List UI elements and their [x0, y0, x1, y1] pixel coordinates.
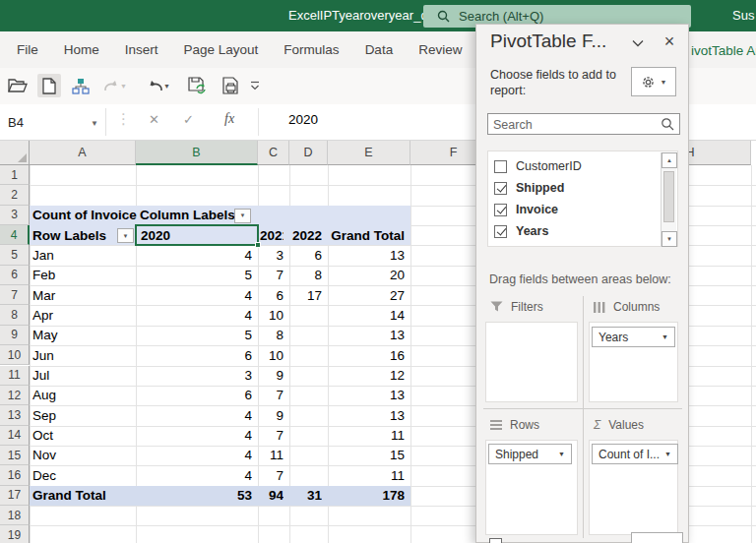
- grid-cell[interactable]: 7: [260, 268, 284, 282]
- grid-cell[interactable]: 15: [330, 448, 405, 462]
- ribbon-tab-review[interactable]: Review: [418, 42, 462, 57]
- row-header-8[interactable]: 8: [0, 305, 30, 325]
- filters-area-box[interactable]: [485, 322, 578, 402]
- grid-cell[interactable]: 4: [138, 448, 252, 462]
- name-box[interactable]: B4 ▼: [0, 108, 106, 136]
- row-header-2[interactable]: 2: [0, 185, 30, 205]
- field-item-customerid[interactable]: CustomerID: [494, 155, 582, 177]
- defer-layout-checkbox[interactable]: [489, 538, 502, 543]
- row-header-14[interactable]: 14: [0, 426, 30, 446]
- pane-collapse-icon[interactable]: [626, 32, 650, 54]
- column-header-e[interactable]: E: [328, 141, 410, 165]
- tools-button[interactable]: ▼: [631, 67, 676, 96]
- fields-search-input[interactable]: Search: [487, 113, 680, 135]
- user-account-label[interactable]: Sus: [732, 8, 754, 23]
- active-cell-border[interactable]: [135, 224, 259, 246]
- values-field-count-of-invoice[interactable]: Count of I...▼: [592, 444, 678, 464]
- customize-toolbar-icon[interactable]: [246, 74, 264, 97]
- grid-cell[interactable]: 5: [138, 268, 252, 282]
- grid-cell[interactable]: 3: [138, 368, 252, 383]
- field-item-invoice[interactable]: Invoice: [494, 199, 558, 220]
- field-checkbox-years[interactable]: [494, 225, 507, 238]
- new-file-icon[interactable]: [37, 74, 61, 97]
- open-file-icon[interactable]: [6, 74, 30, 97]
- hierarchy-icon[interactable]: [69, 74, 93, 97]
- row-header-5[interactable]: 5: [0, 245, 30, 265]
- row-header-16[interactable]: 16: [0, 465, 30, 485]
- save-refresh-icon[interactable]: [185, 74, 209, 97]
- undo-icon[interactable]: ▼: [142, 74, 175, 97]
- field-checkbox-invoice[interactable]: [494, 204, 507, 216]
- grid-cell[interactable]: 6: [138, 388, 252, 402]
- row-header-11[interactable]: 11: [0, 366, 30, 386]
- field-checkbox-customerid[interactable]: [494, 160, 507, 173]
- grid-cell[interactable]: 4: [138, 248, 252, 263]
- grid-cell[interactable]: 8: [260, 328, 284, 342]
- row-header-7[interactable]: 7: [0, 285, 30, 305]
- row-header-6[interactable]: 6: [0, 266, 30, 285]
- ribbon-tab-formulas[interactable]: Formulas: [284, 42, 339, 57]
- redo-icon[interactable]: ▼: [98, 74, 132, 97]
- cancel-entry-icon[interactable]: ✕: [149, 112, 159, 127]
- row-header-15[interactable]: 15: [0, 446, 30, 465]
- grid-cell[interactable]: 4: [138, 468, 252, 483]
- scroll-up-icon[interactable]: ▲: [662, 152, 677, 168]
- update-button[interactable]: [631, 532, 683, 543]
- row-header-13[interactable]: 13: [0, 405, 30, 425]
- row-labels-filter-icon[interactable]: ▼: [117, 228, 134, 243]
- select-all-corner[interactable]: [0, 141, 30, 165]
- row-header-9[interactable]: 9: [0, 326, 30, 345]
- grid-cell[interactable]: 20: [330, 268, 405, 282]
- row-header-17[interactable]: 17: [0, 486, 30, 506]
- grid-cell[interactable]: 16: [330, 348, 405, 363]
- grid-cell[interactable]: Grand Total: [330, 228, 405, 243]
- grid-cell[interactable]: 7: [260, 428, 284, 443]
- ribbon-tab-insert[interactable]: Insert: [125, 42, 158, 57]
- grid-cell[interactable]: 7: [260, 388, 284, 402]
- ribbon-tab-file[interactable]: File: [17, 42, 38, 57]
- field-item-shipped[interactable]: Shipped: [494, 177, 564, 199]
- grid-cell[interactable]: 2021: [260, 228, 284, 243]
- grid-cell[interactable]: 14: [330, 308, 405, 323]
- fill-handle[interactable]: [255, 242, 261, 248]
- grid-cell[interactable]: 6: [138, 348, 252, 363]
- column-header-d[interactable]: D: [289, 141, 328, 165]
- ribbon-tab-home[interactable]: Home: [64, 42, 99, 57]
- column-header-a[interactable]: A: [30, 141, 136, 165]
- grid-cell[interactable]: 17: [291, 288, 322, 303]
- grid-cell[interactable]: 6: [260, 288, 284, 303]
- columns-field-years[interactable]: Years▼: [592, 327, 675, 347]
- row-header-3[interactable]: 3: [0, 206, 30, 225]
- grid-cell[interactable]: 11: [330, 428, 405, 443]
- grid-cell[interactable]: 9: [260, 408, 284, 423]
- grid-cell[interactable]: 4: [138, 288, 252, 303]
- row-header-1[interactable]: 1: [0, 165, 30, 185]
- column-header-c[interactable]: C: [258, 141, 289, 165]
- grid-cell[interactable]: 178: [330, 488, 405, 503]
- row-header-12[interactable]: 12: [0, 386, 30, 405]
- grid-cell[interactable]: 13: [330, 248, 405, 263]
- grid-cell[interactable]: 2022: [291, 228, 322, 243]
- ribbon-tab-data[interactable]: Data: [365, 42, 394, 57]
- row-header-18[interactable]: 18: [0, 506, 30, 525]
- row-header-10[interactable]: 10: [0, 345, 30, 365]
- ribbon-tab-page-layout[interactable]: Page Layout: [184, 42, 259, 57]
- grid-cell[interactable]: 11: [330, 468, 405, 483]
- grid-cell[interactable]: 13: [330, 328, 405, 342]
- print-preview-icon[interactable]: [219, 74, 242, 97]
- formula-bar-grip-icon[interactable]: ⋮: [116, 110, 131, 128]
- grid-cell[interactable]: 31: [291, 488, 322, 503]
- grid-cell[interactable]: 11: [260, 448, 284, 462]
- grid-cell[interactable]: 10: [260, 348, 284, 363]
- grid-cell[interactable]: 13: [330, 408, 405, 423]
- insert-function-icon[interactable]: fx: [224, 111, 234, 127]
- column-labels-filter-icon[interactable]: ▼: [234, 209, 251, 223]
- grid-cell[interactable]: 4: [138, 308, 252, 323]
- row-header-19[interactable]: 19: [0, 525, 30, 543]
- scrollbar-thumb[interactable]: [663, 171, 674, 222]
- rows-field-shipped[interactable]: Shipped▼: [488, 444, 572, 464]
- pivottable-analyze-tab-clipped[interactable]: ivotTable An: [691, 43, 756, 58]
- name-box-dropdown-icon[interactable]: ▼: [91, 119, 98, 128]
- pane-close-icon[interactable]: ×: [658, 30, 681, 53]
- grid-cell[interactable]: 4: [138, 408, 252, 423]
